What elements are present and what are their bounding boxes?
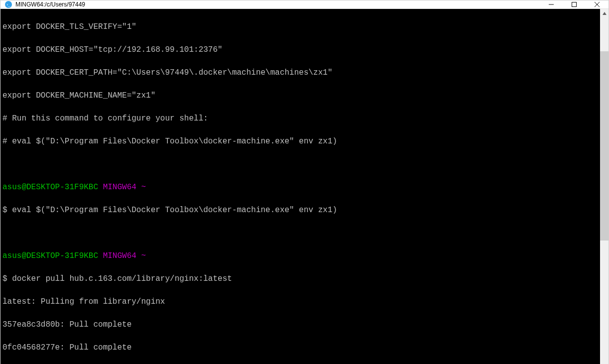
svg-marker-6 xyxy=(603,12,607,15)
close-button[interactable] xyxy=(586,0,609,8)
output-line: export DOCKER_MACHINE_NAME="zx1" xyxy=(2,90,598,102)
command-line: $ eval $("D:\Program Files\Docker Toolbo… xyxy=(2,205,598,216)
app-icon: ›_ xyxy=(4,0,12,8)
prompt-env: MINGW64 xyxy=(103,251,136,260)
minimize-button[interactable] xyxy=(540,0,563,8)
output-line: # eval $("D:\Program Files\Docker Toolbo… xyxy=(2,136,598,147)
prompt-env: MINGW64 xyxy=(103,183,136,192)
window-controls xyxy=(540,0,609,8)
output-line: latest: Pulling from library/nginx xyxy=(2,296,598,308)
terminal-content[interactable]: export DOCKER_TLS_VERIFY="1" export DOCK… xyxy=(0,9,600,364)
maximize-button[interactable] xyxy=(563,0,586,8)
window-title: MINGW64:/c/Users/97449 xyxy=(15,1,540,8)
prompt-path: ~ xyxy=(141,251,146,260)
scrollbar-track[interactable] xyxy=(600,17,609,364)
vertical-scrollbar[interactable] xyxy=(600,9,609,364)
svg-rect-3 xyxy=(572,2,577,7)
terminal-window: ›_ MINGW64:/c/Users/97449 export DOCKER_… xyxy=(0,0,609,364)
prompt-line: asus@DESKTOP-31F9KBC MINGW64 ~ xyxy=(2,250,598,262)
command-line: $ docker pull hub.c.163.com/library/ngin… xyxy=(2,273,598,285)
blank-line xyxy=(2,159,598,170)
output-line: 0fc04568277e: Pull complete xyxy=(2,342,598,354)
prompt-path: ~ xyxy=(141,183,146,192)
scrollbar-thumb[interactable] xyxy=(600,51,609,241)
terminal-body[interactable]: export DOCKER_TLS_VERIFY="1" export DOCK… xyxy=(0,9,609,364)
svg-text:›_: ›_ xyxy=(6,2,10,7)
output-line: export DOCKER_TLS_VERIFY="1" xyxy=(2,21,598,33)
scroll-up-button[interactable] xyxy=(600,9,609,17)
output-line: # Run this command to configure your she… xyxy=(2,113,598,124)
prompt-user: asus@DESKTOP-31F9KBC xyxy=(2,251,98,260)
prompt-user: asus@DESKTOP-31F9KBC xyxy=(2,183,98,192)
output-line: 357ea8c3d80b: Pull complete xyxy=(2,319,598,331)
output-line: export DOCKER_CERT_PATH="C:\Users\97449\… xyxy=(2,67,598,79)
blank-line xyxy=(2,228,598,239)
prompt-line: asus@DESKTOP-31F9KBC MINGW64 ~ xyxy=(2,182,598,193)
output-line: export DOCKER_HOST="tcp://192.168.99.101… xyxy=(2,44,598,56)
titlebar[interactable]: ›_ MINGW64:/c/Users/97449 xyxy=(0,0,609,9)
